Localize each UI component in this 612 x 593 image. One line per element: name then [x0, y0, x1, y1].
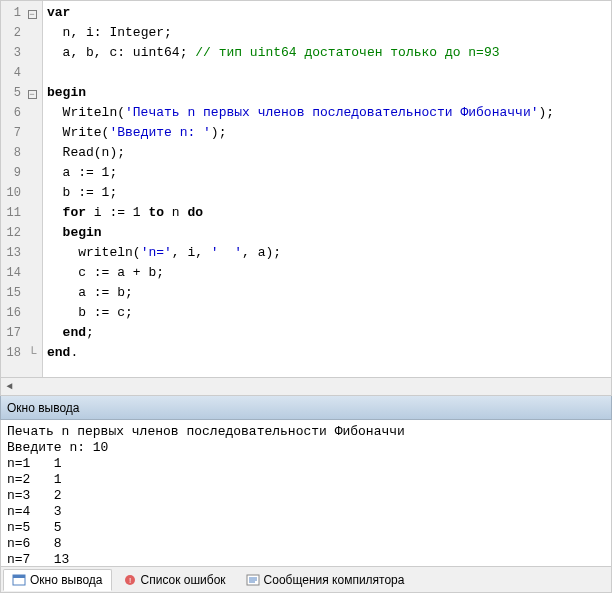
gutter-row: 5−	[1, 83, 42, 103]
code-line[interactable]: n, i: Integer;	[47, 23, 607, 43]
line-number: 14	[1, 266, 23, 280]
fold-end-icon[interactable]: └	[23, 346, 41, 360]
gutter-row: 9	[1, 163, 42, 183]
code-token: );	[211, 125, 227, 140]
tab-label: Сообщения компилятора	[264, 573, 405, 587]
code-token: for	[63, 205, 86, 220]
code-token: ;	[109, 185, 117, 200]
gutter-row: 2	[1, 23, 42, 43]
line-number: 13	[1, 246, 23, 260]
output-panel[interactable]: Печать n первых членов последовательност…	[0, 420, 612, 567]
code-line[interactable]: b := 1;	[47, 183, 607, 203]
tab-label: Список ошибок	[141, 573, 226, 587]
code-token: end	[63, 325, 86, 340]
code-token: 'Печать n первых членов последовательнос…	[125, 105, 538, 120]
gutter-row: 10	[1, 183, 42, 203]
tab-output[interactable]: Окно вывода	[3, 569, 112, 591]
code-token: b :=	[47, 185, 102, 200]
code-line[interactable]: a := 1;	[47, 163, 607, 183]
line-number: 7	[1, 126, 23, 140]
line-number: 15	[1, 286, 23, 300]
code-line[interactable]: b := c;	[47, 303, 607, 323]
gutter-row: 1−	[1, 3, 42, 23]
gutter-row: 18└	[1, 343, 42, 363]
messages-icon	[246, 573, 260, 587]
code-line[interactable]: var	[47, 3, 607, 23]
svg-rect-1	[13, 575, 25, 578]
gutter-row: 11	[1, 203, 42, 223]
code-line[interactable]: a := b;	[47, 283, 607, 303]
code-token: Read(n);	[47, 145, 125, 160]
line-number: 16	[1, 306, 23, 320]
code-token: ;	[86, 325, 94, 340]
bottom-tabs: Окно вывода!Список ошибокСообщения компи…	[0, 567, 612, 593]
output-line: n=1 1	[7, 456, 605, 472]
svg-text:!: !	[128, 576, 130, 585]
line-number: 10	[1, 186, 23, 200]
output-line: Введите n: 10	[7, 440, 605, 456]
code-token: Write(	[47, 125, 109, 140]
code-line[interactable]	[47, 63, 607, 83]
code-line[interactable]: begin	[47, 223, 607, 243]
code-line[interactable]: Read(n);	[47, 143, 607, 163]
code-token: n, i:	[47, 25, 109, 40]
gutter-row: 3	[1, 43, 42, 63]
code-token: to	[148, 205, 164, 220]
fold-toggle-icon[interactable]: −	[23, 87, 41, 99]
tab-label: Окно вывода	[30, 573, 103, 587]
tab-errors[interactable]: !Список ошибок	[114, 569, 235, 591]
code-token: 'n='	[141, 245, 172, 260]
code-token: begin	[63, 225, 102, 240]
tab-messages[interactable]: Сообщения компилятора	[237, 569, 414, 591]
gutter-row: 8	[1, 143, 42, 163]
code-token: 1	[133, 205, 141, 220]
code-token: .	[70, 345, 78, 360]
errors-icon: !	[123, 573, 137, 587]
code-token: do	[187, 205, 203, 220]
code-token: ;	[109, 165, 117, 180]
code-token: ;	[180, 45, 196, 60]
line-number: 2	[1, 26, 23, 40]
line-number: 4	[1, 66, 23, 80]
line-number: 1	[1, 6, 23, 20]
code-line[interactable]: a, b, c: uint64; // тип uint64 достаточе…	[47, 43, 607, 63]
output-line: n=3 2	[7, 488, 605, 504]
code-token: var	[47, 5, 70, 20]
code-token: Writeln(	[47, 105, 125, 120]
code-line[interactable]: Writeln('Печать n первых членов последов…	[47, 103, 607, 123]
gutter-row: 15	[1, 283, 42, 303]
code-token: , a);	[242, 245, 281, 260]
horizontal-scrollbar[interactable]: ◄	[0, 378, 612, 396]
code-token	[47, 325, 63, 340]
line-number: 18	[1, 346, 23, 360]
scroll-left-arrow[interactable]: ◄	[1, 378, 18, 395]
code-token	[47, 205, 63, 220]
code-token: writeln(	[47, 245, 141, 260]
line-number: 3	[1, 46, 23, 60]
code-token: end	[47, 345, 70, 360]
output-line: n=7 13	[7, 552, 605, 567]
output-line: n=6 8	[7, 536, 605, 552]
line-number: 11	[1, 206, 23, 220]
code-line[interactable]: begin	[47, 83, 607, 103]
code-editor[interactable]: 1−2345−6789101112131415161718└ var n, i:…	[0, 0, 612, 378]
code-token: c := a + b;	[47, 265, 164, 280]
code-line[interactable]: end;	[47, 323, 607, 343]
gutter-row: 7	[1, 123, 42, 143]
code-content[interactable]: var n, i: Integer; a, b, c: uint64; // т…	[43, 1, 611, 377]
output-line: n=2 1	[7, 472, 605, 488]
code-line[interactable]: Write('Введите n: ');	[47, 123, 607, 143]
code-line[interactable]: end.	[47, 343, 607, 363]
code-token: 'Введите n: '	[109, 125, 210, 140]
code-token: i :=	[86, 205, 133, 220]
code-line[interactable]: writeln('n=', i, ' ', a);	[47, 243, 607, 263]
fold-toggle-icon[interactable]: −	[23, 7, 41, 19]
code-token: , i,	[172, 245, 211, 260]
code-line[interactable]: c := a + b;	[47, 263, 607, 283]
gutter-row: 6	[1, 103, 42, 123]
code-line[interactable]: for i := 1 to n do	[47, 203, 607, 223]
gutter-row: 12	[1, 223, 42, 243]
output-line: Печать n первых членов последовательност…	[7, 424, 605, 440]
gutter-row: 16	[1, 303, 42, 323]
code-token: b := c;	[47, 305, 133, 320]
